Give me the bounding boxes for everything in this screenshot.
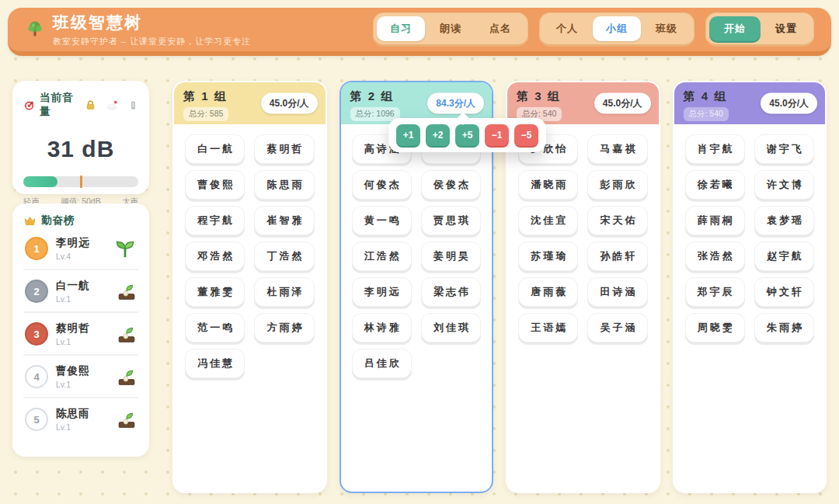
student-button[interactable]: 薛雨桐 [685,206,745,235]
volume-panel: 当前音量 [12,81,149,194]
student-button[interactable]: 李明远 [352,277,412,307]
leaderboard-student-name: 蔡明哲 [56,322,90,335]
student-button[interactable]: 张浩然 [685,242,745,271]
score-popup: +1+2+5−1−5 [388,118,546,152]
student-button[interactable]: 潘晓雨 [518,170,578,200]
scope-tab-1[interactable]: 小组 [593,16,641,41]
group-header-4[interactable]: 第 4 组总分: 54045.0分/人 [674,82,826,124]
leaderboard-student-info: 白一航Lv.1 [56,279,90,304]
student-button[interactable]: 陈思雨 [254,170,314,200]
leaderboard-student-name: 曹俊熙 [56,364,90,378]
student-button[interactable]: 沈佳宜 [518,206,578,235]
mode-tab-0[interactable]: 自习 [377,16,425,41]
sprout-icon [117,409,137,429]
leaderboard-row: 4曹俊熙Lv.1 [23,356,138,398]
leaderboard-student-level: Lv.1 [56,422,90,432]
student-button[interactable]: 梁志伟 [421,277,481,307]
leaderboard-list: 1李明远Lv.42白一航Lv.13蔡明哲Lv.14曹俊熙Lv.15陈思雨Lv.1 [23,228,138,440]
student-button[interactable]: 马嘉祺 [587,134,647,164]
student-button[interactable]: 王语嫣 [518,313,578,342]
student-button[interactable]: 赵宇航 [754,242,814,271]
student-button[interactable]: 范一鸣 [185,313,245,342]
student-button[interactable]: 刘佳琪 [421,313,481,342]
settings-button[interactable]: 设置 [762,16,810,41]
student-button[interactable]: 江浩然 [352,242,412,271]
sprout-icon [117,281,137,301]
scope-tab-2[interactable]: 班级 [642,16,691,41]
student-button[interactable]: 蔡明哲 [254,134,314,164]
mode-tab-group: 自习朗读点名 [373,12,528,47]
student-button[interactable]: 何俊杰 [352,170,412,200]
student-button[interactable]: 谢宇飞 [754,134,814,164]
seedling-icon [113,237,137,260]
student-button[interactable]: 苏瑾瑜 [518,242,578,271]
leaderboard-student-level: Lv.4 [56,252,90,261]
student-button[interactable]: 邓浩然 [185,242,245,271]
student-button[interactable]: 侯俊杰 [421,170,481,200]
student-button[interactable]: 郑宇辰 [685,277,745,307]
cloud-icon[interactable] [106,99,119,112]
rank-badge: 1 [25,237,48,260]
student-button[interactable]: 冯佳慧 [185,349,245,378]
score-minus-button[interactable]: −1 [485,124,509,146]
score-plus-button[interactable]: +2 [426,124,450,146]
score-minus-button[interactable]: −5 [514,124,538,146]
student-button[interactable]: 钟文轩 [754,277,814,307]
student-button[interactable]: 彭雨欣 [587,170,647,200]
rank-badge: 4 [25,365,48,388]
student-button[interactable]: 唐雨薇 [518,277,578,307]
lock-icon[interactable] [85,99,96,111]
volume-meter [23,176,138,187]
student-grid: 白一航蔡明哲曹俊熙陈思雨程宇航崔智雅邓浩然丁浩然董雅雯杜雨泽范一鸣方雨婷冯佳慧 [174,124,326,388]
dart-icon [23,99,35,111]
leaderboard-student-name: 陈思雨 [56,407,90,421]
student-grid: 罗欣怡马嘉祺潘晓雨彭雨欣沈佳宜宋天佑苏瑾瑜孙皓轩唐雨薇田诗涵王语嫣吴子涵 [507,124,659,353]
student-button[interactable]: 曹俊熙 [185,170,245,200]
student-button[interactable]: 袁梦瑶 [754,206,814,235]
student-button[interactable]: 吴子涵 [587,313,647,342]
student-button[interactable]: 肖宇航 [685,134,745,164]
student-button[interactable]: 贾思琪 [421,206,481,235]
app-header: 班级智慧树 教室安静守护者 – 让课堂更安静，让学习更专注 自习朗读点名 个人小… [8,8,831,56]
student-button[interactable]: 徐若曦 [685,170,745,200]
scope-tab-0[interactable]: 个人 [543,16,591,41]
score-plus-button[interactable]: +5 [455,124,479,146]
student-button[interactable]: 丁浩然 [254,242,314,271]
group-average-badge[interactable]: 45.0分/人 [761,93,817,114]
leaderboard-student-level: Lv.1 [56,380,90,389]
student-button[interactable]: 周晓雯 [685,313,745,342]
student-button[interactable]: 白一航 [185,134,245,164]
app-subtitle: 教室安静守护者 – 让课堂更安静，让学习更专注 [53,36,251,47]
group-column-4: 第 4 组总分: 54045.0分/人肖宇航谢宇飞徐若曦许文博薛雨桐袁梦瑶张浩然… [673,81,827,493]
leaderboard-student-level: Lv.1 [56,294,90,304]
rank-badge: 3 [25,322,48,346]
student-button[interactable]: 田诗涵 [587,277,647,307]
app: 班级智慧树 教室安静守护者 – 让课堂更安静，让学习更专注 自习朗读点名 个人小… [0,0,839,504]
group-total-badge: 总分: 540 [684,107,729,121]
phone-icon[interactable] [128,99,138,111]
sprout-icon [117,324,137,344]
group-average-badge[interactable]: 45.0分/人 [594,93,651,114]
group-average-badge[interactable]: 45.0分/人 [261,93,318,114]
student-button[interactable]: 朱雨婷 [754,313,814,342]
score-plus-button[interactable]: +1 [396,124,420,146]
student-button[interactable]: 孙皓轩 [587,242,647,271]
student-button[interactable]: 方雨婷 [254,313,314,342]
group-average-badge[interactable]: 84.3分/人 [427,93,484,114]
leaderboard-panel: 勤奋榜 1李明远Lv.42白一航Lv.13蔡明哲Lv.14曹俊熙Lv.15陈思雨… [12,203,149,457]
student-button[interactable]: 董雅雯 [185,277,245,307]
student-button[interactable]: 杜雨泽 [254,277,314,307]
mode-tab-1[interactable]: 朗读 [426,16,475,41]
student-button[interactable]: 程宇航 [185,206,245,235]
student-button[interactable]: 宋天佑 [587,206,647,235]
student-button[interactable]: 姜明昊 [421,242,481,271]
student-button[interactable]: 林诗雅 [352,313,412,342]
student-button[interactable]: 吕佳欣 [352,349,412,378]
student-button[interactable]: 崔智雅 [254,206,314,235]
leaderboard-row: 5陈思雨Lv.1 [23,398,138,440]
student-button[interactable]: 许文博 [754,170,814,200]
student-button[interactable]: 黄一鸣 [352,206,412,235]
start-button[interactable]: 开始 [709,16,761,41]
mode-tab-2[interactable]: 点名 [476,16,524,41]
group-header-1[interactable]: 第 1 组总分: 58545.0分/人 [174,82,326,124]
